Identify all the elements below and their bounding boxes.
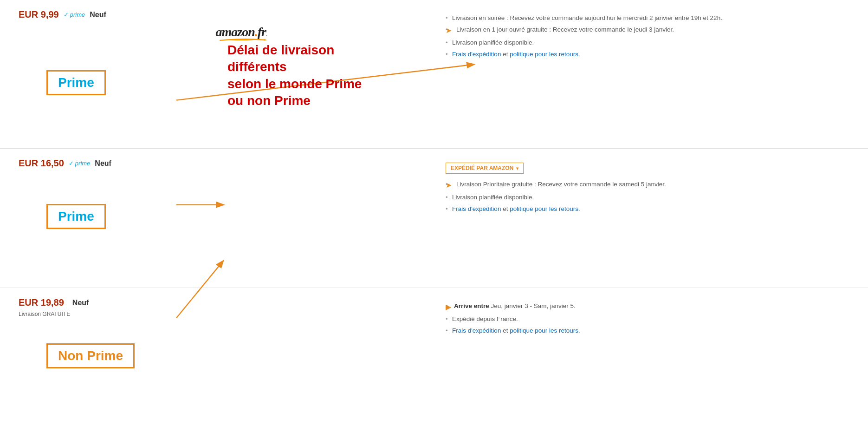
frais-link-1[interactable]: Frais d'expédition xyxy=(452,51,501,58)
expedie-text: EXPÉDIÉ PAR AMAZON xyxy=(451,165,513,171)
sub-price-3: Livraison GRATUITE xyxy=(19,311,418,317)
arrive-label: Arrive entre xyxy=(454,302,491,309)
page-container: EUR 9,99 ✓ prime Neuf amazon.fr. xyxy=(0,0,868,446)
prime-check-icon-1: ✓ xyxy=(64,11,69,18)
delivery-item-1-2: Livraison planifiée disponible. xyxy=(446,39,849,47)
price-line-2: EUR 16,50 ✓ prime Neuf xyxy=(19,158,418,169)
delivery-text-2-0: Livraison Prioritaire gratuite : Recevez… xyxy=(456,180,666,189)
listing-row-1: EUR 9,99 ✓ prime Neuf amazon.fr. xyxy=(0,0,868,149)
price-3: EUR 19,89 xyxy=(19,297,64,308)
annotation-text: Délai de livraisondifférentsselon le mon… xyxy=(227,42,362,110)
price-line-1: EUR 9,99 ✓ prime Neuf xyxy=(19,9,418,20)
price-2: EUR 16,50 xyxy=(19,158,64,169)
delivery-list-2: ➤ Livraison Prioritaire gratuite : Recev… xyxy=(446,180,849,214)
delivery-text-1-1: Livraison en 1 jour ouvré gratuite : Rec… xyxy=(456,26,674,34)
delivery-item-3-2: Frais d'expédition et politique pour les… xyxy=(446,327,849,335)
listing-row-2: EUR 16,50 ✓ prime Neuf Prime EXPÉDIÉ PAR… xyxy=(0,149,868,288)
arrow-icon-2: ➤ xyxy=(446,180,452,190)
right-col-3: ▶ Arrive entre Jeu, janvier 3 - Sam, jan… xyxy=(418,297,868,338)
arrow-icon-1: ➤ xyxy=(446,26,452,36)
delivery-item-2-0: ➤ Livraison Prioritaire gratuite : Recev… xyxy=(446,180,849,190)
politique-link-3[interactable]: politique pour les retours xyxy=(510,327,578,334)
et-text-1: et xyxy=(503,51,510,58)
prime-label-2: Prime xyxy=(46,204,106,229)
frais-link-3[interactable]: Frais d'expédition xyxy=(452,327,501,334)
politique-link-1[interactable]: politique pour les retours xyxy=(510,51,578,58)
delivery-item-3-0: ▶ Arrive entre Jeu, janvier 3 - Sam, jan… xyxy=(446,302,849,312)
listing-row-3: EUR 19,89 Neuf Livraison GRATUITE Non Pr… xyxy=(0,288,868,418)
right-col-2: EXPÉDIÉ PAR AMAZON ▾ ➤ Livraison Priorit… xyxy=(418,158,868,216)
condition-1: Neuf xyxy=(90,11,106,19)
delivery-list-1: Livraison en soirée : Recevez votre comm… xyxy=(446,14,849,59)
delivery-item-1-1: ➤ Livraison en 1 jour ouvré gratuite : R… xyxy=(446,26,849,36)
condition-2: Neuf xyxy=(95,159,111,168)
amazon-logo: amazon.fr. xyxy=(216,25,267,39)
filled-arrow-icon-3: ▶ xyxy=(446,302,451,312)
delivery-item-2-2: Frais d'expédition et politique pour les… xyxy=(446,205,849,214)
expedie-badge[interactable]: EXPÉDIÉ PAR AMAZON ▾ xyxy=(446,163,524,174)
prime-text-1: prime xyxy=(70,11,85,18)
non-prime-label: Non Prime xyxy=(46,343,135,368)
amazon-logo-area: amazon.fr. xyxy=(65,25,418,39)
listings-wrapper: EUR 9,99 ✓ prime Neuf amazon.fr. xyxy=(0,0,868,418)
price-1: EUR 9,99 xyxy=(19,9,59,20)
et-text-3: et xyxy=(503,327,510,334)
prime-label-1: Prime xyxy=(46,70,106,95)
prime-badge-2: ✓ prime xyxy=(69,160,91,167)
delivery-item-1-3: Frais d'expédition et politique pour les… xyxy=(446,50,849,59)
delivery-item-1-0: Livraison en soirée : Recevez votre comm… xyxy=(446,14,849,23)
label-box-2: Prime xyxy=(46,197,418,229)
price-line-3: EUR 19,89 Neuf xyxy=(19,297,418,308)
arrive-date: Jeu, janvier 3 - Sam, janvier 5. xyxy=(491,302,576,309)
delivery-item-2-1: Livraison planifiée disponible. xyxy=(446,193,849,202)
left-col-3: EUR 19,89 Neuf Livraison GRATUITE Non Pr… xyxy=(0,297,418,368)
delivery-item-3-1: Expédié depuis France. xyxy=(446,315,849,324)
right-col-1: Livraison en soirée : Recevez votre comm… xyxy=(418,9,868,62)
prime-text-2: prime xyxy=(75,160,91,167)
politique-link-2[interactable]: politique pour les retours xyxy=(510,205,578,212)
chevron-down-icon: ▾ xyxy=(516,166,518,171)
delivery-list-3: ▶ Arrive entre Jeu, janvier 3 - Sam, jan… xyxy=(446,302,849,335)
frais-link-2[interactable]: Frais d'expédition xyxy=(452,205,501,212)
label-box-3: Non Prime xyxy=(46,336,418,368)
left-col-2: EUR 16,50 ✓ prime Neuf Prime xyxy=(0,158,418,229)
et-text-2: et xyxy=(503,205,510,212)
condition-3: Neuf xyxy=(72,299,89,307)
svg-marker-0 xyxy=(264,39,267,41)
prime-check-icon-2: ✓ xyxy=(69,160,74,167)
prime-badge-1: ✓ prime xyxy=(64,11,85,18)
delivery-text-3-0: Arrive entre Jeu, janvier 3 - Sam, janvi… xyxy=(454,302,576,311)
